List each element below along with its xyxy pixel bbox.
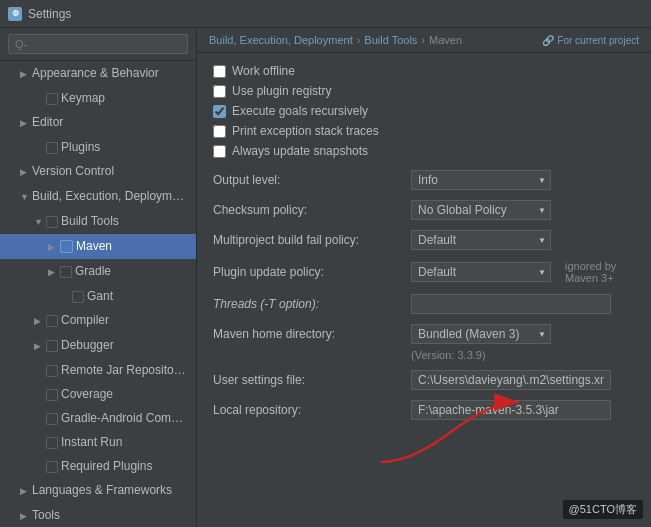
sidebar-item-build-tools[interactable]: ▼Build Tools xyxy=(0,209,196,234)
sidebar-label: Keymap xyxy=(61,91,105,105)
arrow-closed-icon: ▶ xyxy=(34,312,44,330)
arrow-closed-icon: ▶ xyxy=(20,507,30,525)
project-scope: For current project xyxy=(557,35,639,46)
sidebar-item-languages[interactable]: ▶Languages & Frameworks xyxy=(0,478,196,503)
checkbox-print-exception[interactable] xyxy=(213,125,226,138)
sidebar-item-maven[interactable]: ▶Maven xyxy=(0,234,196,259)
arrow-closed-icon: ▶ xyxy=(48,238,58,256)
tree-container: ▶Appearance & BehaviorKeymap▶EditorPlugi… xyxy=(0,61,196,527)
sidebar-item-version-control[interactable]: ▶Version Control xyxy=(0,159,196,184)
sidebar-item-gradle[interactable]: ▶Gradle xyxy=(0,259,196,284)
maven-version-text: (Version: 3.3.9) xyxy=(213,349,635,365)
form-row-threads: Threads (-T option): xyxy=(213,289,635,319)
sidebar-item-build-exec-deploy[interactable]: ▼Build, Execution, Deployment xyxy=(0,184,196,209)
checkbox-row-always-update: Always update snapshots xyxy=(213,141,635,161)
arrow-closed-icon: ▶ xyxy=(20,65,30,83)
sidebar-label: Gradle-Android Compiler xyxy=(61,411,194,425)
page-icon xyxy=(46,315,58,327)
sidebar-item-gradle-android[interactable]: Gradle-Android Compiler xyxy=(0,406,196,430)
sidebar-item-required-plugins[interactable]: Required Plugins xyxy=(0,454,196,478)
form-label-output-level: Output level: xyxy=(213,173,403,187)
form-label-threads: Threads (-T option): xyxy=(213,297,403,311)
form-row-plugin-update: Plugin update policy:DefaultForceNeverig… xyxy=(213,255,635,289)
form-row-user-settings: User settings file: xyxy=(213,365,635,395)
form-row-local-repo: Local repository: xyxy=(213,395,635,425)
arrow-closed-icon: ▶ xyxy=(20,163,30,181)
sidebar-item-editor[interactable]: ▶Editor xyxy=(0,110,196,135)
select-checksum-policy[interactable]: No Global PolicyFailWarnIgnore xyxy=(411,200,551,220)
breadcrumb: Build, Execution, Deployment › Build Too… xyxy=(197,28,651,53)
main-container: ▶Appearance & BehaviorKeymap▶EditorPlugi… xyxy=(0,28,651,527)
page-icon xyxy=(72,291,84,303)
maven-icon xyxy=(60,240,73,253)
sidebar-item-keymap[interactable]: Keymap xyxy=(0,86,196,110)
checkbox-label-work-offline: Work offline xyxy=(232,64,295,78)
sidebar-label: Build Tools xyxy=(61,214,119,228)
sidebar-label: Version Control xyxy=(32,164,114,178)
sidebar-item-coverage[interactable]: Coverage xyxy=(0,382,196,406)
select-maven-home[interactable]: Bundled (Maven 3) xyxy=(411,324,551,344)
sidebar-item-instant-run[interactable]: Instant Run xyxy=(0,430,196,454)
select-multiproject-policy[interactable]: DefaultFail FastFail Never xyxy=(411,230,551,250)
sidebar-label: Plugins xyxy=(61,140,100,154)
checkbox-row-execute-goals: Execute goals recursively xyxy=(213,101,635,121)
select-output-level[interactable]: InfoDebugWarningError xyxy=(411,170,551,190)
checkbox-always-update[interactable] xyxy=(213,145,226,158)
sidebar-item-remote-jar[interactable]: Remote Jar Repositories xyxy=(0,358,196,382)
sidebar-label: Gant xyxy=(87,289,113,303)
form-row-checksum-policy: Checksum policy:No Global PolicyFailWarn… xyxy=(213,195,635,225)
checkbox-label-use-plugin-registry: Use plugin registry xyxy=(232,84,331,98)
sidebar-label: Compiler xyxy=(61,313,109,327)
sidebar-label: Tools xyxy=(32,508,60,522)
sidebar-label: Appearance & Behavior xyxy=(32,66,159,80)
sidebar-label: Gradle xyxy=(75,264,111,278)
page-icon xyxy=(46,365,58,377)
content-area: Build, Execution, Deployment › Build Too… xyxy=(197,28,651,527)
sidebar-item-plugins[interactable]: Plugins xyxy=(0,135,196,159)
sidebar-label: Required Plugins xyxy=(61,459,152,473)
form-label-local-repo: Local repository: xyxy=(213,403,403,417)
sidebar-label: Build, Execution, Deployment xyxy=(32,189,189,203)
sidebar-label: Languages & Frameworks xyxy=(32,483,172,497)
sidebar-label: Editor xyxy=(32,115,63,129)
form-label-plugin-update: Plugin update policy: xyxy=(213,265,403,279)
arrow-open-icon: ▼ xyxy=(34,213,44,231)
select-wrapper-output-level: InfoDebugWarningError xyxy=(411,170,551,190)
page-icon xyxy=(46,142,58,154)
checkboxes-container: Work offlineUse plugin registryExecute g… xyxy=(213,61,635,161)
sidebar-item-tools[interactable]: ▶Tools xyxy=(0,503,196,527)
sidebar-item-appearance[interactable]: ▶Appearance & Behavior xyxy=(0,61,196,86)
sidebar: ▶Appearance & BehaviorKeymap▶EditorPlugi… xyxy=(0,28,197,527)
page-icon xyxy=(46,216,58,228)
input-user-settings[interactable] xyxy=(411,370,611,390)
page-icon xyxy=(60,266,72,278)
form-note-plugin-update: ignored by Maven 3+ xyxy=(565,260,635,284)
checkbox-work-offline[interactable] xyxy=(213,65,226,78)
input-local-repo[interactable] xyxy=(411,400,611,420)
sidebar-item-compiler[interactable]: ▶Compiler xyxy=(0,308,196,333)
form-row-output-level: Output level:InfoDebugWarningError xyxy=(213,165,635,195)
form-row-multiproject-policy: Multiproject build fail policy:DefaultFa… xyxy=(213,225,635,255)
arrow-closed-icon: ▶ xyxy=(34,337,44,355)
select-plugin-update[interactable]: DefaultForceNever xyxy=(411,262,551,282)
checkbox-use-plugin-registry[interactable] xyxy=(213,85,226,98)
page-icon xyxy=(46,437,58,449)
app-icon: ⚙ xyxy=(8,7,22,21)
breadcrumb-build-tools[interactable]: Build Tools xyxy=(364,34,417,46)
content-wrapper: Work offlineUse plugin registryExecute g… xyxy=(197,53,651,527)
checkbox-row-use-plugin-registry: Use plugin registry xyxy=(213,81,635,101)
checkbox-execute-goals[interactable] xyxy=(213,105,226,118)
page-icon xyxy=(46,461,58,473)
sidebar-label: Debugger xyxy=(61,338,114,352)
page-icon xyxy=(46,340,58,352)
input-threads[interactable] xyxy=(411,294,611,314)
checkbox-label-always-update: Always update snapshots xyxy=(232,144,368,158)
form-label-maven-home: Maven home directory: xyxy=(213,327,403,341)
breadcrumb-build[interactable]: Build, Execution, Deployment xyxy=(209,34,353,46)
search-input[interactable] xyxy=(8,34,188,54)
sidebar-item-debugger[interactable]: ▶Debugger xyxy=(0,333,196,358)
link-icon: 🔗 xyxy=(542,35,554,46)
sidebar-label: Maven xyxy=(76,239,112,253)
sidebar-item-gant[interactable]: Gant xyxy=(0,284,196,308)
arrow-closed-icon: ▶ xyxy=(48,263,58,281)
